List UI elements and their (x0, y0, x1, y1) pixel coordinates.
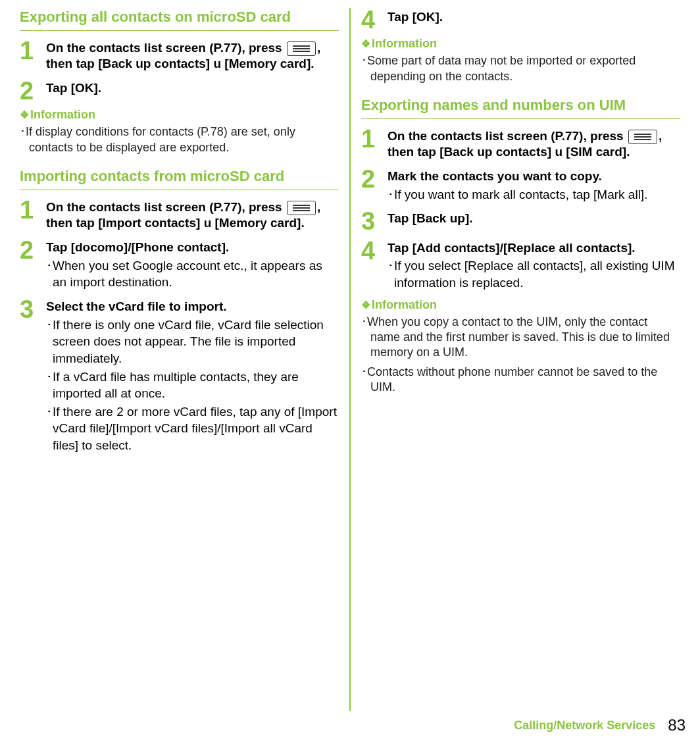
step-text: Tap [docomo]/[Phone contact]. (46, 240, 339, 256)
step-number: 1 (20, 39, 46, 61)
step-1: 1 On the contacts list screen (P.77), pr… (20, 39, 339, 72)
step-text-c: [Memory card]. (211, 216, 304, 230)
page-footer: Calling/Network Services 83 (514, 716, 686, 734)
section-title: Exporting all contacts on microSD card (20, 8, 339, 26)
info-label: Information (372, 37, 437, 50)
info-heading: ❖Information (361, 37, 680, 51)
step-sub: ･If there are 2 or more vCard files, tap… (46, 403, 339, 454)
section-title: Importing contacts from microSD card (20, 167, 339, 186)
step-body: Tap [docomo]/[Phone contact]. ･When you … (46, 238, 339, 291)
info-item: ･When you copy a contact to the UIM, onl… (361, 315, 680, 361)
menu-icon (287, 201, 316, 215)
menu-icon (628, 130, 657, 144)
step-number: 2 (361, 167, 388, 190)
step-number: 2 (20, 79, 46, 101)
step-body: Tap [OK]. (46, 79, 339, 97)
step-sub: ･If you select [Replace all contacts], a… (388, 257, 680, 291)
footer-page-number: 83 (668, 716, 686, 734)
step-sub: ･If a vCard file has multiple contacts, … (46, 369, 339, 402)
step-number: 2 (20, 238, 46, 261)
info-item: ･If display conditions for contacts (P.7… (20, 124, 339, 155)
info-label: Information (30, 108, 95, 121)
step-2: 2 Tap [OK]. (20, 79, 339, 101)
step-number: 1 (361, 127, 388, 149)
step-number: 3 (20, 297, 46, 320)
section-import-sd: Importing contacts from microSD card 1 O… (20, 167, 339, 454)
menu-icon (287, 41, 316, 56)
step-text: Tap [Add contacts]/[Replace all contacts… (388, 240, 680, 257)
info-label: Information (372, 298, 437, 311)
step-sub: ･When you set Google account etc., it ap… (46, 257, 339, 291)
step-sub: ･If there is only one vCard file, vCard … (46, 317, 339, 367)
step-text-a: On the contacts list screen (P.77), pres… (388, 129, 627, 143)
info-heading: ❖Information (20, 108, 339, 122)
step-text: Tap [OK]. (46, 81, 101, 95)
info-item: ･Some part of data may not be imported o… (361, 53, 680, 84)
arrow-icon: u (555, 145, 562, 159)
step-body: Mark the contacts you want to copy. ･If … (388, 167, 680, 203)
section-rule (20, 30, 339, 31)
step-body: Tap [Add contacts]/[Replace all contacts… (388, 239, 680, 292)
step-2: 2 Tap [docomo]/[Phone contact]. ･When yo… (20, 238, 339, 291)
step-3: 3 Select the vCard file to import. ･If t… (20, 297, 339, 454)
step-number: 1 (20, 198, 46, 220)
section-export-uim: Exporting names and numbers on UIM 1 On … (361, 96, 680, 396)
step-sub: ･If you want to mark all contacts, tap [… (388, 186, 680, 203)
diamond-icon: ❖ (361, 38, 370, 49)
step-text-c: [SIM card]. (562, 145, 630, 159)
section-import-sd-cont: 4 Tap [OK]. ❖Information ･Some part of d… (361, 8, 680, 84)
info-heading: ❖Information (361, 298, 680, 312)
step-body: Tap [Back up]. (388, 209, 680, 227)
section-rule (361, 118, 680, 119)
step-text: Mark the contacts you want to copy. (388, 168, 680, 185)
section-export-sd: Exporting all contacts on microSD card 1… (20, 8, 339, 155)
step-text: Tap [OK]. (388, 10, 443, 24)
arrow-icon: u (204, 216, 212, 230)
section-rule (20, 190, 339, 190)
arrow-icon: u (213, 57, 221, 70)
step-body: Select the vCard file to import. ･If the… (46, 297, 339, 454)
step-4: 4 Tap [OK]. (361, 8, 680, 30)
step-3: 3 Tap [Back up]. (361, 209, 680, 232)
step-1: 1 On the contacts list screen (P.77), pr… (361, 127, 680, 161)
step-number: 3 (361, 209, 388, 232)
left-column: Exporting all contacts on microSD card 1… (12, 8, 347, 711)
step-1: 1 On the contacts list screen (P.77), pr… (20, 198, 339, 232)
info-item: ･Contacts without phone number cannot be… (361, 365, 680, 396)
step-text: Select the vCard file to import. (46, 299, 339, 315)
step-text-a: On the contacts list screen (P.77), pres… (46, 41, 286, 55)
step-4: 4 Tap [Add contacts]/[Replace all contac… (361, 239, 680, 292)
diamond-icon: ❖ (361, 299, 370, 311)
step-number: 4 (361, 239, 388, 261)
step-text-c: [Memory card]. (221, 57, 314, 70)
step-text: Tap [Back up]. (388, 211, 473, 225)
footer-section: Calling/Network Services (514, 719, 655, 732)
step-body: On the contacts list screen (P.77), pres… (388, 127, 680, 161)
section-title: Exporting names and numbers on UIM (361, 96, 680, 115)
step-body: On the contacts list screen (P.77), pres… (46, 198, 339, 232)
step-2: 2 Mark the contacts you want to copy. ･I… (361, 167, 680, 203)
diamond-icon: ❖ (20, 109, 29, 120)
step-number: 4 (361, 8, 388, 30)
right-column: 4 Tap [OK]. ❖Information ･Some part of d… (353, 8, 688, 711)
column-divider (349, 8, 351, 711)
step-body: On the contacts list screen (P.77), pres… (46, 39, 339, 72)
page-columns: Exporting all contacts on microSD card 1… (0, 0, 700, 711)
step-body: Tap [OK]. (388, 8, 680, 26)
step-text-a: On the contacts list screen (P.77), pres… (46, 200, 286, 214)
